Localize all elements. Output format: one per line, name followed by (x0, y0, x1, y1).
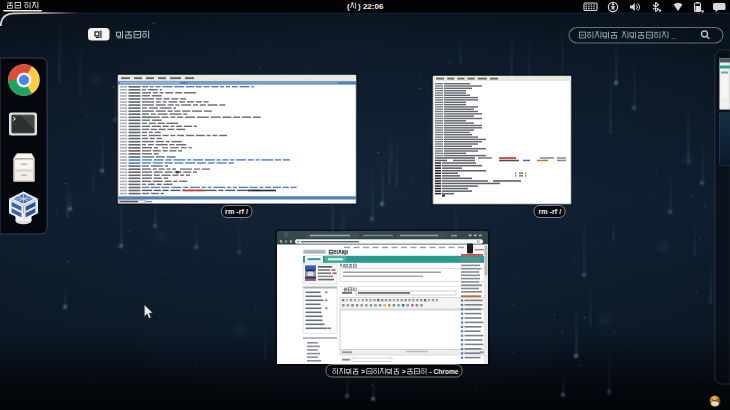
svg-text:- Chrome: - Chrome (430, 368, 459, 375)
svg-text:(: ( (347, 2, 350, 11)
svg-text:>: > (361, 368, 365, 375)
svg-text:...: ... (671, 33, 677, 40)
svg-text:>: > (402, 368, 406, 375)
svg-text:) 22:06: ) 22:06 (358, 2, 384, 11)
svg-text:rm -rf /: rm -rf / (225, 207, 248, 216)
svg-text:rm -rf /: rm -rf / (538, 207, 561, 216)
